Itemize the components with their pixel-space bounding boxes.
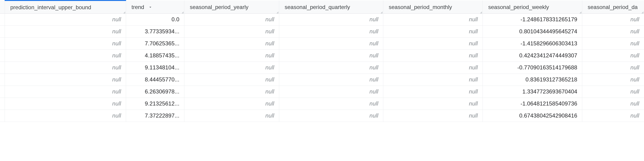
cell-seasonal_period_weekly[interactable]: 0.42423412474449307 (482, 50, 582, 62)
column-header-seasonal-period-quarterly[interactable]: seasonal_period_quarterly (279, 0, 383, 14)
null-value: null (265, 100, 274, 107)
cell-trend[interactable]: 6.26306978... (126, 86, 184, 98)
cell-seasonal_period_weekly[interactable]: 1.3347723693670404 (482, 86, 582, 98)
null-value: null (370, 16, 378, 22)
cell-seasonal_period_monthly[interactable]: null (383, 98, 482, 110)
cell-trend[interactable]: 8.44455770... (126, 74, 184, 86)
cell-seasonal_period_weekly[interactable]: -1.2486178331265179 (482, 14, 582, 26)
column-resize-handle[interactable] (122, 9, 126, 13)
cell-seasonal_period_monthly[interactable]: null (383, 110, 482, 122)
cell-seasonal_period_yearly[interactable]: null (184, 14, 279, 26)
cell-trend[interactable]: 9.11348104... (126, 62, 184, 74)
results-table-container: prediction_interval_upper_bound trend se… (0, 0, 644, 122)
cell-seasonal_period_quarterly[interactable]: null (279, 86, 383, 98)
column-resize-handle[interactable] (478, 9, 482, 13)
row-number-cell (0, 86, 5, 98)
cell-seasonal_period_monthly[interactable]: null (383, 74, 482, 86)
cell-seasonal_period_yearly[interactable]: null (184, 26, 279, 38)
column-header-trend[interactable]: trend (126, 0, 184, 14)
cell-prediction_interval_upper_bound[interactable]: null (5, 110, 126, 122)
cell-seasonal_period_daily[interactable]: null (582, 98, 644, 110)
column-header-seasonal-period-monthly[interactable]: seasonal_period_monthly (383, 0, 482, 14)
null-value: null (370, 28, 378, 34)
column-header-seasonal-period-daily[interactable]: seasonal_period_daily (582, 0, 644, 14)
cell-prediction_interval_upper_bound[interactable]: null (5, 26, 126, 38)
cell-prediction_interval_upper_bound[interactable]: null (5, 38, 126, 50)
null-value: null (370, 76, 378, 82)
cell-trend[interactable]: 7.37222897... (126, 110, 184, 122)
cell-seasonal_period_daily[interactable]: null (582, 50, 644, 62)
cell-seasonal_period_daily[interactable]: null (582, 62, 644, 74)
cell-seasonal_period_yearly[interactable]: null (184, 74, 279, 86)
cell-seasonal_period_daily[interactable]: null (582, 14, 644, 26)
table-row[interactable]: null9.11348104...nullnullnull-0.77090163… (0, 62, 644, 74)
cell-seasonal_period_daily[interactable]: null (582, 38, 644, 50)
table-row[interactable]: null0.0nullnullnull-1.2486178331265179nu… (0, 14, 644, 26)
cell-seasonal_period_yearly[interactable]: null (184, 62, 279, 74)
cell-seasonal_period_quarterly[interactable]: null (279, 74, 383, 86)
cell-trend[interactable]: 4.18857435... (126, 50, 184, 62)
column-header-prediction-interval-upper-bound[interactable]: prediction_interval_upper_bound (5, 0, 126, 14)
table-row[interactable]: null3.77335934...nullnullnull0.801043444… (0, 26, 644, 38)
cell-trend[interactable]: 3.77335934... (126, 26, 184, 38)
cell-seasonal_period_monthly[interactable]: null (383, 26, 482, 38)
table-row[interactable]: null9.21325612...nullnullnull-1.06481215… (0, 98, 644, 110)
cell-seasonal_period_quarterly[interactable]: null (279, 62, 383, 74)
column-header-label: seasonal_period_weekly (488, 4, 549, 10)
table-row[interactable]: null7.70625365...nullnullnull-1.41582966… (0, 38, 644, 50)
column-header-seasonal-period-weekly[interactable]: seasonal_period_weekly (482, 0, 582, 14)
column-resize-handle[interactable] (640, 9, 644, 13)
cell-seasonal_period_monthly[interactable]: null (383, 38, 482, 50)
row-number-cell (0, 110, 5, 122)
table-row[interactable]: null8.44455770...nullnullnull0.836193127… (0, 74, 644, 86)
cell-seasonal_period_quarterly[interactable]: null (279, 26, 383, 38)
table-row[interactable]: null7.37222897...nullnullnull0.674380425… (0, 110, 644, 122)
cell-seasonal_period_daily[interactable]: null (582, 26, 644, 38)
cell-trend[interactable]: 7.70625365... (126, 38, 184, 50)
cell-seasonal_period_quarterly[interactable]: null (279, 98, 383, 110)
column-resize-handle[interactable] (180, 9, 184, 13)
cell-seasonal_period_yearly[interactable]: null (184, 110, 279, 122)
cell-seasonal_period_quarterly[interactable]: null (279, 50, 383, 62)
cell-prediction_interval_upper_bound[interactable]: null (5, 86, 126, 98)
cell-seasonal_period_quarterly[interactable]: null (279, 110, 383, 122)
cell-seasonal_period_monthly[interactable]: null (383, 62, 482, 74)
cell-trend[interactable]: 0.0 (126, 14, 184, 26)
table-row[interactable]: null6.26306978...nullnullnull1.334772369… (0, 86, 644, 98)
column-header-seasonal-period-yearly[interactable]: seasonal_period_yearly (184, 0, 279, 14)
cell-seasonal_period_monthly[interactable]: null (383, 86, 482, 98)
cell-seasonal_period_yearly[interactable]: null (184, 98, 279, 110)
cell-trend[interactable]: 9.21325612... (126, 98, 184, 110)
null-value: null (112, 100, 121, 107)
cell-seasonal_period_weekly[interactable]: 0.67438042542908416 (482, 110, 582, 122)
cell-seasonal_period_quarterly[interactable]: null (279, 38, 383, 50)
sort-descending-icon (148, 5, 153, 10)
cell-seasonal_period_yearly[interactable]: null (184, 50, 279, 62)
column-resize-handle[interactable] (275, 9, 278, 13)
table-header-row: prediction_interval_upper_bound trend se… (0, 0, 644, 14)
null-value: null (370, 100, 378, 107)
cell-seasonal_period_weekly[interactable]: 0.836193127365218 (482, 74, 582, 86)
cell-seasonal_period_weekly[interactable]: -1.0648121585409736 (482, 98, 582, 110)
cell-seasonal_period_yearly[interactable]: null (184, 38, 279, 50)
cell-seasonal_period_yearly[interactable]: null (184, 86, 279, 98)
cell-prediction_interval_upper_bound[interactable]: null (5, 74, 126, 86)
cell-seasonal_period_weekly[interactable]: -0.77090163514179688 (482, 62, 582, 74)
cell-prediction_interval_upper_bound[interactable]: null (5, 14, 126, 26)
cell-seasonal_period_quarterly[interactable]: null (279, 14, 383, 26)
column-resize-handle[interactable] (578, 9, 582, 13)
cell-seasonal_period_weekly[interactable]: -1.4158296606303413 (482, 38, 582, 50)
table-row[interactable]: null4.18857435...nullnullnull0.424234124… (0, 50, 644, 62)
cell-seasonal_period_daily[interactable]: null (582, 74, 644, 86)
cell-seasonal_period_weekly[interactable]: 0.80104344495645274 (482, 26, 582, 38)
null-value: null (469, 40, 478, 46)
cell-prediction_interval_upper_bound[interactable]: null (5, 62, 126, 74)
cell-seasonal_period_monthly[interactable]: null (383, 50, 482, 62)
cell-seasonal_period_daily[interactable]: null (582, 86, 644, 98)
cell-prediction_interval_upper_bound[interactable]: null (5, 98, 126, 110)
cell-seasonal_period_monthly[interactable]: null (383, 14, 482, 26)
column-resize-handle[interactable] (379, 9, 382, 13)
row-number-header (0, 0, 5, 14)
cell-prediction_interval_upper_bound[interactable]: null (5, 50, 126, 62)
cell-seasonal_period_daily[interactable]: null (582, 110, 644, 122)
